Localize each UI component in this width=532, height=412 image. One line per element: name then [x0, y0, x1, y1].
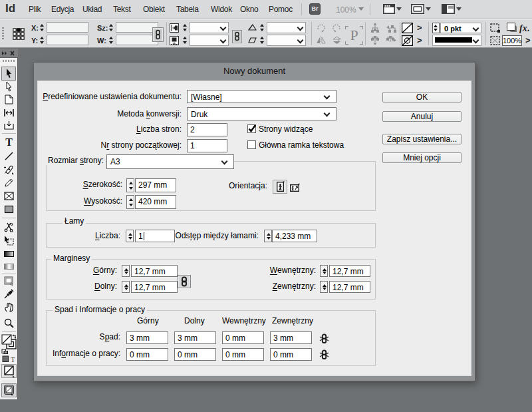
svg-text:T: T [11, 355, 15, 363]
